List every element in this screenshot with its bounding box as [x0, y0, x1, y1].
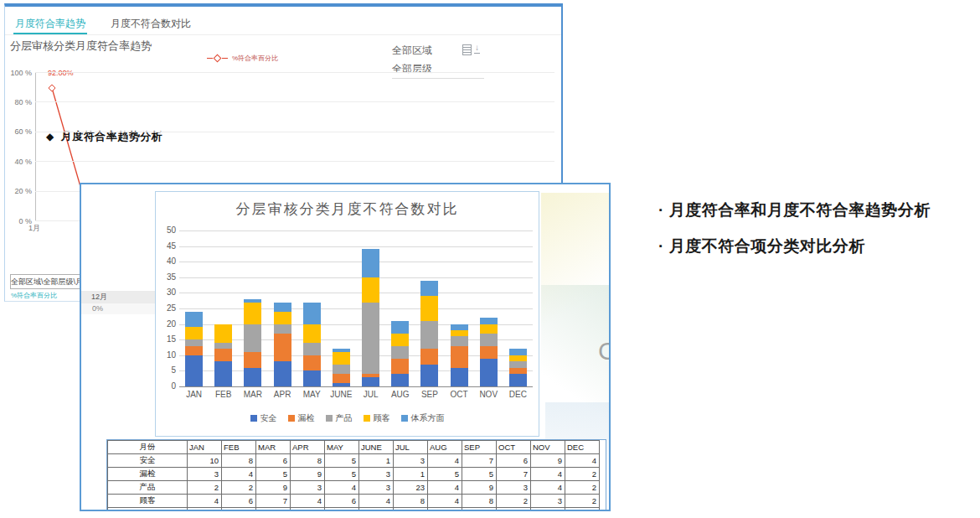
bar-segment-顾客 [391, 334, 409, 346]
y-tick-label: 35 [156, 272, 176, 282]
legend-dash [207, 58, 213, 59]
y-tick-label: 10 [156, 350, 176, 360]
pivot-fragment-month-cell: 12月 [81, 291, 155, 303]
bar-segment-产品 [509, 361, 527, 367]
x-tick-label: JUNE [327, 390, 356, 399]
bar-segment-漏检 [185, 346, 203, 355]
bar-segment-产品 [451, 336, 468, 345]
y-tick-label: 15 [156, 334, 176, 344]
table-row: 顾客467464848232 [108, 495, 600, 508]
bar-segment-体系方面 [362, 249, 379, 277]
data-point-label: 92.00% [48, 69, 74, 77]
bar-segment-顾客 [480, 324, 498, 334]
bar-segment-漏检 [480, 346, 498, 359]
legend-swatch-icon [288, 415, 295, 422]
bar-segment-安全 [362, 377, 379, 386]
slide-canvas: 月度符合率趋势 月度不符合数对比 分层审核分类月度符合率趋势 全部区域 全部层级… [0, 0, 980, 518]
bar-segment-体系方面 [185, 312, 203, 328]
bar-segment-体系方面 [451, 324, 468, 330]
bar-segment-顾客 [362, 277, 379, 303]
y-tick-label: 20 % [7, 187, 32, 195]
legend-item-顾客: 顾客 [364, 412, 390, 424]
gridline [35, 132, 554, 132]
gridline [179, 293, 533, 293]
bar-segment-产品 [274, 324, 291, 334]
stacked-bar-chart: 分层审核分类月度不符合数对比 安全漏检产品顾客体系方面 051015202530… [155, 191, 539, 437]
bar-segment-产品 [333, 365, 350, 374]
bar-chart-legend: 安全漏检产品顾客体系方面 [156, 412, 539, 424]
download-icon[interactable]: ↓ [474, 44, 480, 54]
bar-segment-安全 [391, 374, 409, 386]
legend-series-label: %符合率百分比 [232, 54, 278, 63]
table-header-row: 月份JANFEBMARAPRMAYJUNEJULAUGSEPOCTNOVDEC [108, 441, 600, 454]
note-line: ·月度符合率和月度不符合率趋势分析 [658, 199, 931, 221]
bar-segment-顾客 [333, 352, 350, 365]
pivot-metric-label: %符合率百分比 [11, 291, 57, 300]
bar-segment-漏检 [214, 349, 232, 361]
gridline [35, 101, 554, 102]
bar-segment-产品 [480, 334, 498, 346]
x-tick-label: SEP [415, 390, 444, 399]
y-tick-label: 0 % [7, 217, 32, 225]
pivot-field-cell: 全部区域\全部层级\月份 [10, 274, 85, 289]
bar-segment-漏检 [333, 374, 350, 383]
gridline [179, 308, 533, 309]
y-tick-label: 50 [156, 225, 176, 235]
bar-segment-体系方面 [420, 281, 438, 297]
bar-segment-顾客 [509, 355, 527, 361]
y-axis-line [35, 72, 36, 220]
bar-segment-漏检 [451, 346, 468, 368]
bar-segment-安全 [509, 374, 527, 386]
y-tick-label: 60 % [7, 127, 32, 136]
diamond-marker-icon [214, 54, 222, 63]
legend-swatch-icon [364, 415, 370, 422]
y-tick-label: 5 [156, 365, 176, 375]
table-row: 体系方面501371945222 [108, 508, 600, 512]
y-tick-label: 80 % [7, 98, 32, 106]
gridline [179, 277, 533, 278]
x-tick-label: JUL [356, 390, 385, 399]
report-icon[interactable] [462, 44, 472, 55]
legend-swatch-icon [250, 415, 257, 422]
bar-segment-漏检 [303, 355, 321, 371]
bar-segment-体系方面 [391, 321, 409, 334]
gridline [35, 161, 554, 162]
bar-segment-顾客 [274, 312, 291, 324]
slide-notes: ·月度符合率和月度不符合率趋势分析 ·月度不符合项分类对比分析 [658, 199, 931, 272]
bar-segment-顾客 [420, 296, 438, 321]
bar-segment-安全 [185, 355, 203, 386]
bullet-icon: · [658, 237, 664, 255]
bar-segment-安全 [274, 361, 291, 386]
bar-segment-安全 [214, 361, 232, 386]
line-chart-legend: %符合率百分比 [207, 54, 278, 63]
bar-segment-体系方面 [303, 303, 321, 324]
bar-segment-体系方面 [509, 349, 527, 355]
diamond-bullet-icon: ◆ [46, 131, 54, 142]
bar-segment-产品 [303, 343, 321, 355]
y-tick-label: 100 % [7, 69, 32, 77]
tab-monthly-noncompliance-compare[interactable]: 月度不符合数对比 [109, 12, 193, 34]
noncompliance-compare-window: 12月 0% C 分层审核分类月度不符合数对比 安全漏检产品顾客体系方面 051… [80, 183, 611, 511]
bar-segment-产品 [185, 339, 203, 345]
bar-segment-安全 [480, 359, 498, 386]
note-line: ·月度不符合项分类对比分析 [658, 236, 931, 257]
bar-segment-漏检 [391, 359, 409, 375]
bar-segment-顾客 [451, 330, 468, 336]
gridline [179, 231, 533, 231]
legend-item-漏检: 漏检 [288, 412, 315, 424]
bullet-icon: · [658, 201, 664, 219]
legend-swatch-icon [401, 415, 408, 422]
x-tick-label: AUG [385, 390, 415, 399]
level-filter-dropdown[interactable]: 全部层级 [392, 62, 484, 79]
y-tick-label: 20 [156, 319, 176, 329]
bar-segment-安全 [244, 368, 261, 386]
gridline [179, 262, 533, 262]
bar-segment-安全 [420, 365, 438, 386]
bar-segment-安全 [333, 383, 350, 386]
bar-segment-顾客 [185, 327, 203, 339]
x-tick-label: APR [268, 390, 297, 399]
x-tick-label: OCT [445, 390, 474, 399]
tab-monthly-compliance-trend[interactable]: 月度符合率趋势 [13, 12, 87, 34]
y-tick-label: 25 [156, 303, 176, 313]
bar-segment-产品 [362, 303, 379, 375]
